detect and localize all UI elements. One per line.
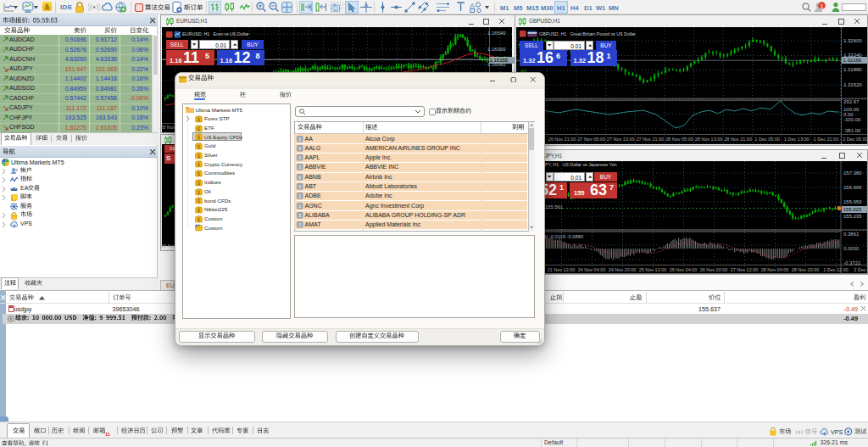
svg-text:S: S <box>298 175 301 180</box>
svg-text:S: S <box>298 155 301 160</box>
svg-text:S: S <box>298 137 301 142</box>
svg-text:S: S <box>298 204 301 209</box>
svg-text:S: S <box>298 193 301 198</box>
svg-text:1: 1 <box>820 3 824 10</box>
svg-text:S: S <box>298 222 301 227</box>
svg-text:S: S <box>298 184 301 189</box>
svg-text:S: S <box>298 165 301 170</box>
svg-text:$: $ <box>45 3 49 11</box>
svg-text:S: S <box>298 146 301 151</box>
svg-text:S: S <box>298 213 301 218</box>
